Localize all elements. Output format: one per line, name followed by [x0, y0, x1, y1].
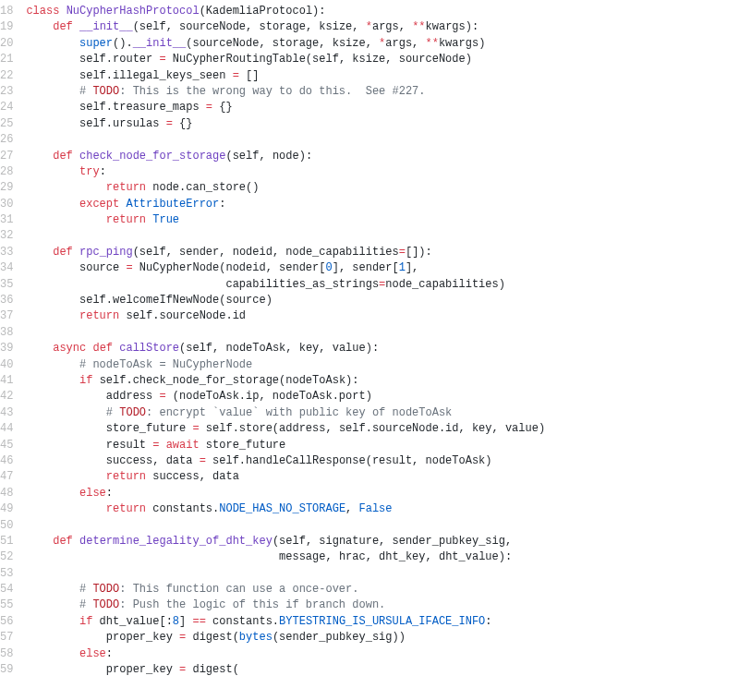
line-number: 21 [0, 52, 18, 67]
line-number: 31 [0, 212, 18, 228]
line-number: 18 [0, 4, 18, 19]
line-number: 52 [0, 549, 18, 565]
code-line[interactable]: else: [26, 646, 739, 662]
line-number: 23 [0, 84, 18, 100]
code-line[interactable]: if self.check_node_for_storage(nodeToAsk… [26, 373, 739, 389]
code-line[interactable]: source = NuCypherNode(nodeid, sender[0],… [26, 260, 739, 276]
code-line[interactable]: def determine_legality_of_dht_key(self, … [26, 534, 739, 549]
line-number: 36 [0, 293, 18, 308]
line-number: 55 [0, 597, 18, 613]
code-line[interactable]: # TODO: This is the wrong way to do this… [26, 84, 739, 100]
code-line[interactable]: if dht_value[:8] == constants.BYTESTRING… [26, 614, 739, 630]
code-line[interactable]: result = await store_future [26, 438, 739, 453]
code-line[interactable]: success, data = self.handleCallResponse(… [26, 453, 739, 469]
code-content[interactable]: class NuCypherHashProtocol(KademliaProto… [26, 0, 739, 682]
line-number: 47 [0, 469, 18, 485]
code-viewer: 1819202122232425262728293031323334353637… [0, 0, 739, 682]
code-line[interactable]: class NuCypherHashProtocol(KademliaProto… [26, 4, 739, 19]
code-line[interactable] [26, 132, 739, 148]
code-line[interactable]: self.router = NuCypherRoutingTable(self,… [26, 52, 739, 67]
code-line[interactable]: super().__init__(sourceNode, storage, ks… [26, 36, 739, 52]
code-line[interactable] [26, 325, 739, 341]
code-line[interactable] [26, 228, 739, 244]
line-number: 54 [0, 582, 18, 597]
code-line[interactable]: self.illegal_keys_seen = [] [26, 68, 739, 84]
code-line[interactable] [26, 518, 739, 534]
code-line[interactable] [26, 566, 739, 582]
line-number: 38 [0, 325, 18, 341]
line-number: 58 [0, 646, 18, 662]
code-line[interactable]: # TODO: Push the logic of this if branch… [26, 597, 739, 613]
line-number: 28 [0, 164, 18, 180]
line-number: 35 [0, 277, 18, 293]
line-number: 41 [0, 373, 18, 389]
code-line[interactable]: proper_key = digest(bytes(sender_pubkey_… [26, 630, 739, 646]
line-number: 22 [0, 68, 18, 84]
line-number: 48 [0, 486, 18, 501]
line-number: 59 [0, 662, 18, 678]
line-number: 49 [0, 501, 18, 517]
line-number: 33 [0, 245, 18, 260]
line-number: 20 [0, 36, 18, 52]
line-number: 51 [0, 534, 18, 549]
line-number: 25 [0, 116, 18, 132]
code-line[interactable]: return constants.NODE_HAS_NO_STORAGE, Fa… [26, 501, 739, 517]
line-number: 37 [0, 308, 18, 324]
code-line[interactable]: async def callStore(self, nodeToAsk, key… [26, 341, 739, 356]
line-number: 46 [0, 453, 18, 469]
line-number: 45 [0, 438, 18, 453]
code-line[interactable]: return True [26, 212, 739, 228]
code-line[interactable]: return node.can_store() [26, 180, 739, 196]
line-number: 56 [0, 614, 18, 630]
line-number: 24 [0, 100, 18, 115]
line-number: 27 [0, 149, 18, 164]
line-number: 44 [0, 421, 18, 437]
line-number: 42 [0, 389, 18, 404]
code-line[interactable]: self.ursulas = {} [26, 116, 739, 132]
code-line[interactable]: # TODO: encrypt `value` with public key … [26, 405, 739, 421]
line-number-gutter: 1819202122232425262728293031323334353637… [0, 0, 26, 682]
line-number: 57 [0, 630, 18, 646]
code-line[interactable]: proper_key = digest( [26, 662, 739, 678]
code-line[interactable]: def __init__(self, sourceNode, storage, … [26, 19, 739, 35]
code-line[interactable]: def rpc_ping(self, sender, nodeid, node_… [26, 245, 739, 260]
line-number: 43 [0, 405, 18, 421]
code-line[interactable]: message, hrac, dht_key, dht_value): [26, 549, 739, 565]
code-line[interactable]: capabilities_as_strings=node_capabilitie… [26, 277, 739, 293]
line-number: 19 [0, 19, 18, 35]
code-line[interactable]: def check_node_for_storage(self, node): [26, 149, 739, 164]
line-number: 50 [0, 518, 18, 534]
code-line[interactable]: return self.sourceNode.id [26, 308, 739, 324]
line-number: 30 [0, 197, 18, 212]
line-number: 53 [0, 566, 18, 582]
code-line[interactable]: store_future = self.store(address, self.… [26, 421, 739, 437]
line-number: 40 [0, 357, 18, 373]
code-line[interactable]: self.welcomeIfNewNode(source) [26, 293, 739, 308]
code-line[interactable]: # TODO: This function can use a once-ove… [26, 582, 739, 597]
line-number: 26 [0, 132, 18, 148]
line-number: 34 [0, 260, 18, 276]
code-line[interactable]: return success, data [26, 469, 739, 485]
line-number: 32 [0, 228, 18, 244]
code-line[interactable]: else: [26, 486, 739, 501]
line-number: 29 [0, 180, 18, 196]
code-line[interactable]: self.treasure_maps = {} [26, 100, 739, 115]
line-number: 39 [0, 341, 18, 356]
code-line[interactable]: try: [26, 164, 739, 180]
code-line[interactable]: except AttributeError: [26, 197, 739, 212]
code-line[interactable]: # nodeToAsk = NuCypherNode [26, 357, 739, 373]
code-line[interactable]: address = (nodeToAsk.ip, nodeToAsk.port) [26, 389, 739, 404]
